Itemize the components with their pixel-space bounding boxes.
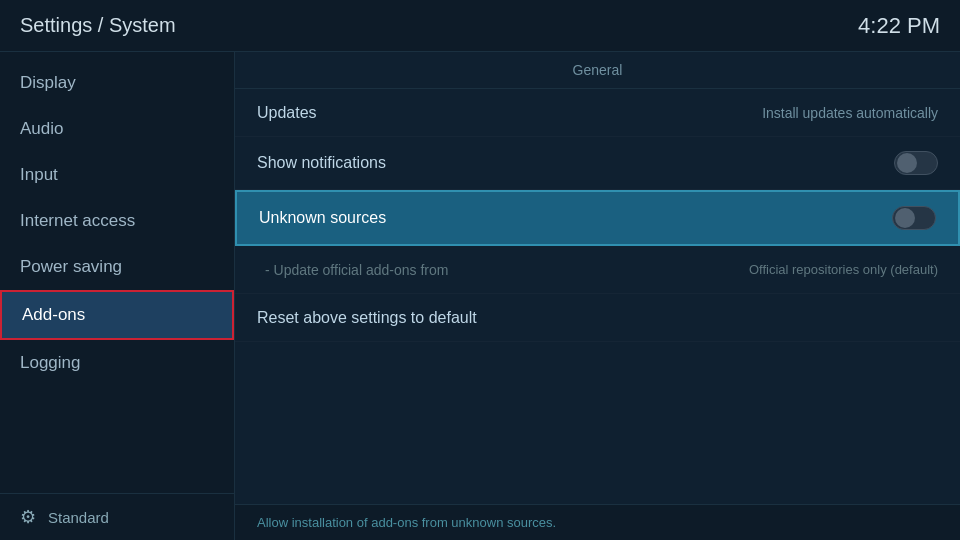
- sidebar-item-logging[interactable]: Logging: [0, 340, 234, 386]
- sidebar-item-display[interactable]: Display: [0, 60, 234, 106]
- content-footer: Allow installation of add-ons from unkno…: [235, 504, 960, 540]
- section-header: General: [235, 52, 960, 89]
- sidebar-item-label: Logging: [20, 353, 81, 372]
- sidebar-item-audio[interactable]: Audio: [0, 106, 234, 152]
- setting-label-unknown-sources: Unknown sources: [259, 209, 386, 227]
- setting-row-unknown-sources[interactable]: Unknown sources: [235, 190, 960, 246]
- sidebar-item-internet-access[interactable]: Internet access: [0, 198, 234, 244]
- setting-row-reset-settings[interactable]: Reset above settings to default: [235, 294, 960, 342]
- setting-label-reset-settings: Reset above settings to default: [257, 309, 477, 327]
- sidebar-item-power-saving[interactable]: Power saving: [0, 244, 234, 290]
- clock: 4:22 PM: [858, 13, 940, 39]
- sidebar-item-label: Internet access: [20, 211, 135, 230]
- gear-icon: ⚙: [20, 506, 36, 528]
- sidebar-item-label: Add-ons: [22, 305, 85, 324]
- page-title: Settings / System: [20, 14, 176, 37]
- main-layout: Display Audio Input Internet access Powe…: [0, 52, 960, 540]
- sidebar-item-label: Audio: [20, 119, 63, 138]
- sidebar-item-label: Display: [20, 73, 76, 92]
- setting-row-updates[interactable]: Updates Install updates automatically: [235, 89, 960, 137]
- setting-row-update-official[interactable]: - Update official add-ons from Official …: [235, 246, 960, 294]
- content-panel: General Updates Install updates automati…: [235, 52, 960, 540]
- toggle-unknown-sources[interactable]: [892, 206, 936, 230]
- setting-value-update-official: Official repositories only (default): [749, 262, 938, 277]
- setting-value-updates: Install updates automatically: [762, 105, 938, 121]
- setting-label-updates: Updates: [257, 104, 317, 122]
- sidebar-item-label: Input: [20, 165, 58, 184]
- setting-label-update-official: - Update official add-ons from: [265, 262, 448, 278]
- toggle-knob: [897, 153, 917, 173]
- footer-text: Allow installation of add-ons from unkno…: [257, 515, 556, 530]
- sidebar-item-label: Power saving: [20, 257, 122, 276]
- setting-label-show-notifications: Show notifications: [257, 154, 386, 172]
- sidebar-item-add-ons[interactable]: Add-ons: [0, 290, 234, 340]
- toggle-show-notifications[interactable]: [894, 151, 938, 175]
- sidebar: Display Audio Input Internet access Powe…: [0, 52, 235, 540]
- standard-label: Standard: [48, 509, 109, 526]
- setting-row-show-notifications[interactable]: Show notifications: [235, 137, 960, 190]
- sidebar-footer: ⚙ Standard: [0, 493, 234, 540]
- header: Settings / System 4:22 PM: [0, 0, 960, 52]
- sidebar-item-input[interactable]: Input: [0, 152, 234, 198]
- settings-list: Updates Install updates automatically Sh…: [235, 89, 960, 504]
- toggle-knob-unknown: [895, 208, 915, 228]
